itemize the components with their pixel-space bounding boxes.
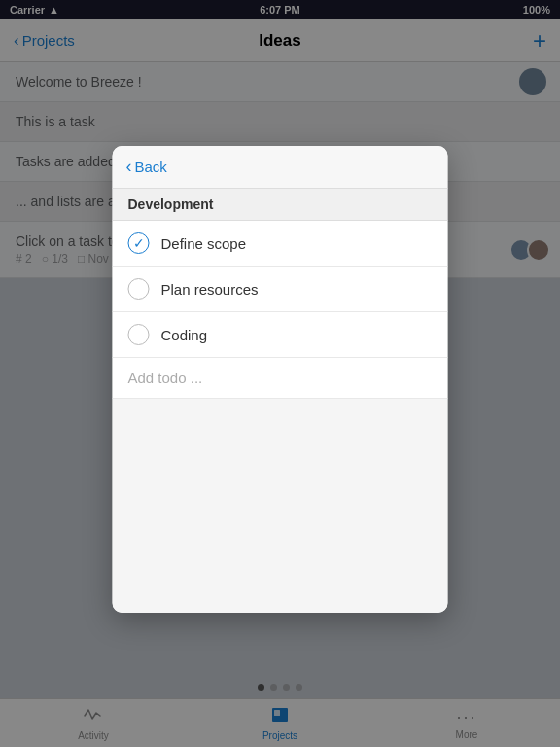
todo-2-checkbox[interactable] [128, 278, 150, 300]
modal-empty-area [113, 399, 448, 613]
check-icon: ✓ [133, 236, 145, 250]
modal-back-label: Back [135, 159, 167, 175]
todo-3-label: Coding [161, 327, 208, 343]
todo-item-3[interactable]: Coding [113, 312, 448, 358]
add-todo-placeholder: Add todo ... [128, 370, 203, 386]
modal-back-chevron-icon: ‹ [126, 157, 132, 177]
todo-3-checkbox[interactable] [128, 324, 150, 345]
section-title: Development [128, 196, 214, 212]
add-todo-input[interactable]: Add todo ... [113, 358, 448, 399]
modal-back-button[interactable]: ‹ Back [126, 157, 167, 177]
modal: ‹ Back Development ✓ Define scope Plan r… [113, 146, 448, 613]
modal-section-header: Development [113, 189, 448, 221]
todo-item-1[interactable]: ✓ Define scope [113, 221, 448, 267]
todo-item-2[interactable]: Plan resources [113, 267, 448, 312]
todo-1-label: Define scope [161, 235, 247, 252]
todo-2-label: Plan resources [161, 281, 259, 298]
todo-1-checkbox[interactable]: ✓ [128, 232, 150, 254]
modal-header: ‹ Back [113, 146, 448, 189]
